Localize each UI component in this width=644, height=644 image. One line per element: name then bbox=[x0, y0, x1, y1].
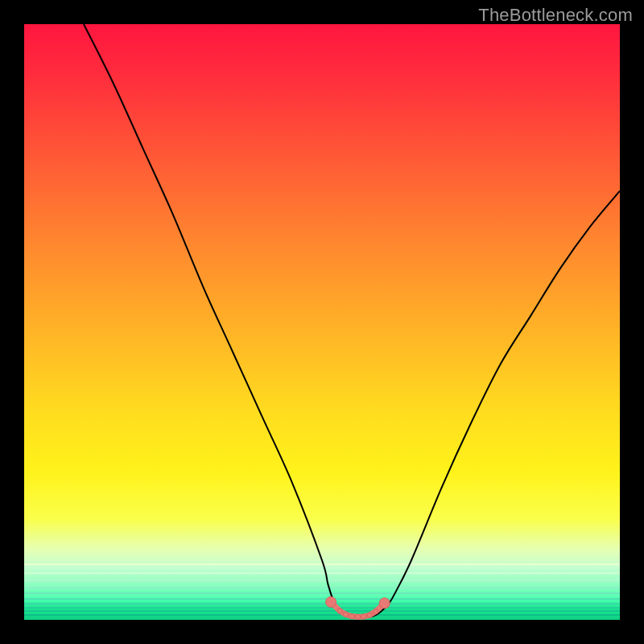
flat-region-dot bbox=[373, 609, 378, 613]
flat-region-markers bbox=[326, 597, 390, 619]
flat-region-dot bbox=[355, 614, 360, 619]
flat-region-dot bbox=[379, 598, 390, 609]
chart-frame: TheBottleneck.com bbox=[0, 0, 644, 644]
bottleneck-curve-svg bbox=[24, 24, 620, 620]
flat-region-dot bbox=[349, 613, 354, 618]
flat-region-dot bbox=[361, 614, 366, 619]
flat-region-dot bbox=[326, 597, 336, 607]
flat-region-dot bbox=[343, 612, 348, 617]
plot-area bbox=[24, 24, 620, 620]
bottleneck-curve-path bbox=[84, 24, 620, 617]
flat-region-dot bbox=[367, 613, 372, 617]
watermark-text: TheBottleneck.com bbox=[478, 5, 633, 26]
flat-region-dot bbox=[337, 609, 342, 613]
